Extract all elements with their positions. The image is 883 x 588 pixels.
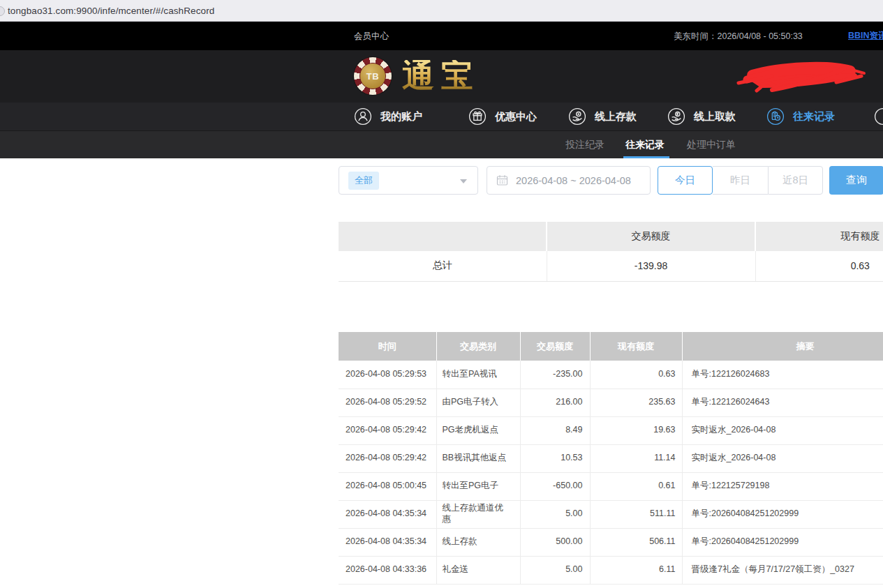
active-tab-underline xyxy=(623,156,669,158)
browser-address-bar[interactable]: tongbao31.com:9900/infe/mcenter/#/cashRe… xyxy=(0,0,883,22)
balance-cell: 19.63 xyxy=(590,416,682,444)
summary-table: 交易额度 现有额度 总计 -139.98 0.63 xyxy=(339,222,883,282)
header-time: 时间 xyxy=(339,332,436,361)
balance-cell: 511.11 xyxy=(590,500,682,528)
quick-date-buttons: 今日 昨日 近8日 xyxy=(658,166,823,195)
type-select[interactable]: 全部 xyxy=(339,166,478,195)
page: tongbao31.com:9900/infe/mcenter/#/cashRe… xyxy=(0,0,883,588)
type-cell: 转出至PG电子 xyxy=(436,472,520,500)
tab-cash-records[interactable]: 往来记录 xyxy=(625,139,665,151)
calendar-icon xyxy=(496,174,508,186)
records-table: 时间 交易类别 交易额度 现有额度 摘要 2026-04-08 05:29:53… xyxy=(339,332,883,585)
main-nav: 我的账户 优惠中心 线上存款 xyxy=(0,103,883,130)
nav-item-records[interactable]: 往来记录 xyxy=(766,103,835,130)
member-center-link[interactable]: 会员中心 xyxy=(354,31,389,43)
records-header-row: 时间 交易类别 交易额度 现有额度 摘要 xyxy=(339,332,883,361)
header-balance: 现有额度 xyxy=(590,332,682,361)
summary-header-empty xyxy=(339,222,547,251)
nav-label: 我的账户 xyxy=(380,110,422,123)
server-time: 美东时间：2026/04/08 - 05:50:33 xyxy=(674,31,803,43)
site-logo[interactable]: TB 通宝 xyxy=(354,57,480,95)
time-label: 美东时间： xyxy=(674,31,718,41)
amount-cell: 5.00 xyxy=(520,556,590,584)
today-button[interactable]: 今日 xyxy=(658,166,713,195)
time-value: 2026/04/08 - 05:50:33 xyxy=(718,31,803,41)
chevron-down-icon xyxy=(460,179,467,183)
table-row: 2026-04-08 04:35:34线上存款500.00506.11单号:20… xyxy=(339,528,883,556)
time-cell: 2026-04-08 05:29:42 xyxy=(339,444,436,472)
logo-band: TB 通宝 xyxy=(0,50,883,103)
time-cell: 2026-04-08 05:29:42 xyxy=(339,416,436,444)
summary-cell: 单号:122125729198 xyxy=(682,472,883,500)
amount-cell: 8.49 xyxy=(520,416,590,444)
balance-cell: 11.14 xyxy=(590,444,682,472)
amount-cell: 500.00 xyxy=(520,528,590,556)
poker-chip-icon: TB xyxy=(354,57,392,95)
tab-processing-orders[interactable]: 处理中订单 xyxy=(687,139,736,151)
nav-label: 优惠中心 xyxy=(495,110,537,123)
date-range-value: 2026-04-08 ~ 2026-04-08 xyxy=(516,175,631,186)
type-cell: PG老虎机返点 xyxy=(436,416,520,444)
balance-cell: 0.61 xyxy=(590,472,682,500)
user-icon xyxy=(354,107,372,126)
summary-cell: 单号:202604084251202999 xyxy=(682,500,883,528)
nav-item-deposit[interactable]: 线上存款 xyxy=(568,103,637,130)
summary-cell: 实时返水_2026-04-08 xyxy=(682,444,883,472)
total-transaction-value: -139.98 xyxy=(547,251,755,281)
chip-monogram: TB xyxy=(359,63,386,89)
records-icon xyxy=(766,107,785,126)
amount-cell: 10.53 xyxy=(520,444,590,472)
time-cell: 2026-04-08 05:29:52 xyxy=(339,389,436,416)
nav-item-partial[interactable] xyxy=(874,103,883,130)
bbin-news-link[interactable]: BBIN资讯 xyxy=(848,30,883,42)
nav-label: 线上存款 xyxy=(595,110,637,123)
last8days-button[interactable]: 近8日 xyxy=(768,166,823,195)
header-amount: 交易额度 xyxy=(520,332,590,361)
type-cell: 礼金送 xyxy=(436,556,520,584)
balance-cell: 0.63 xyxy=(590,361,682,389)
summary-cell: 实时返水_2026-04-08 xyxy=(682,416,883,444)
type-cell: 转出至PA视讯 xyxy=(436,361,520,389)
url-text: tongbao31.com:9900/infe/mcenter/#/cashRe… xyxy=(8,6,214,16)
header-type: 交易类别 xyxy=(436,332,520,361)
nav-item-promotions[interactable]: 优惠中心 xyxy=(468,103,537,130)
balance-cell: 6.11 xyxy=(590,556,682,584)
amount-cell: 5.00 xyxy=(520,500,590,528)
table-row: 2026-04-08 05:29:53转出至PA视讯-235.000.63单号:… xyxy=(339,361,883,389)
time-cell: 2026-04-08 05:29:53 xyxy=(339,361,436,389)
header-summary: 摘要 xyxy=(682,332,883,361)
records-table-body: 2026-04-08 05:29:53转出至PA视讯-235.000.63单号:… xyxy=(339,361,883,584)
type-cell: BB视讯其他返点 xyxy=(436,444,520,472)
table-row: 2026-04-08 05:29:42BB视讯其他返点10.5311.14实时返… xyxy=(339,444,883,472)
table-row: 2026-04-08 04:35:34线上存款通道优惠5.00511.11单号:… xyxy=(339,500,883,528)
time-cell: 2026-04-08 04:35:34 xyxy=(339,528,436,556)
time-cell: 2026-04-08 04:33:36 xyxy=(339,556,436,584)
yesterday-button[interactable]: 昨日 xyxy=(713,166,768,195)
type-select-value: 全部 xyxy=(348,172,379,190)
total-label: 总计 xyxy=(339,251,547,281)
gift-icon xyxy=(468,107,487,126)
table-row: 2026-04-08 04:33:36礼金送5.006.11晋级逢7礼金（每月7… xyxy=(339,556,883,584)
redaction-scribble xyxy=(732,54,871,99)
nav-item-withdraw[interactable]: 线上取款 xyxy=(667,103,736,130)
summary-header-row: 交易额度 现有额度 xyxy=(339,222,883,251)
amount-cell: -235.00 xyxy=(520,361,590,389)
amount-cell: -650.00 xyxy=(520,472,590,500)
type-cell: 线上存款通道优惠 xyxy=(436,500,520,528)
summary-cell: 晋级逢7礼金（每月7/17/27领工资）_0327 xyxy=(682,556,883,584)
table-row: 2026-04-08 05:29:42PG老虎机返点8.4919.63实时返水_… xyxy=(339,416,883,444)
table-row: 2026-04-08 05:29:52由PG电子转入216.00235.63单号… xyxy=(339,389,883,416)
summary-header-balance: 现有额度 xyxy=(755,222,883,251)
withdraw-icon xyxy=(667,107,685,126)
nav-item-my-account[interactable]: 我的账户 xyxy=(354,103,422,130)
brand-name: 通宝 xyxy=(402,60,480,92)
balance-cell: 235.63 xyxy=(590,389,682,416)
top-bar: 会员中心 美东时间：2026/04/08 - 05:50:33 BBIN资讯 xyxy=(0,22,883,50)
summary-total-row: 总计 -139.98 0.63 xyxy=(339,251,883,281)
tab-bet-records[interactable]: 投注纪录 xyxy=(565,139,604,151)
time-cell: 2026-04-08 04:35:34 xyxy=(339,500,436,528)
date-range-input[interactable]: 2026-04-08 ~ 2026-04-08 xyxy=(487,166,651,195)
amount-cell: 216.00 xyxy=(520,389,590,416)
nav-label: 线上取款 xyxy=(694,110,736,123)
search-button[interactable]: 查询 xyxy=(829,166,883,195)
